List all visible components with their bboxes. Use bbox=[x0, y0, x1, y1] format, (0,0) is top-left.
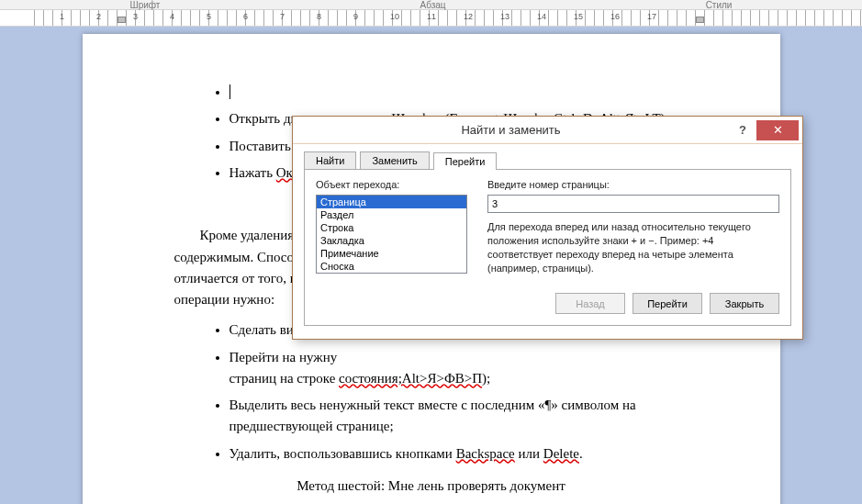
ruler-number: 9 bbox=[353, 12, 358, 21]
tab-find[interactable]: Найти bbox=[304, 151, 356, 169]
list-item[interactable]: Строка bbox=[317, 221, 466, 234]
right-indent-marker[interactable] bbox=[696, 17, 704, 23]
first-line-indent-marker[interactable] bbox=[118, 17, 126, 23]
ribbon-group-paragraph: Абзац bbox=[420, 0, 446, 9]
help-button[interactable]: ? bbox=[729, 120, 756, 140]
ribbon-group-styles: Стили bbox=[706, 0, 733, 9]
list-item[interactable]: Закладка bbox=[317, 234, 466, 247]
list-item[interactable]: Выделить весь ненужный текст вместе с по… bbox=[229, 395, 688, 438]
goto-object-label: Объект перехода: bbox=[316, 179, 467, 190]
ruler-number: 7 bbox=[280, 12, 285, 21]
ruler-number: 6 bbox=[243, 12, 248, 21]
dialog-body: Найти Заменить Перейти Объект перехода: … bbox=[293, 144, 802, 339]
ruler-number: 13 bbox=[500, 12, 509, 21]
ruler-number: 16 bbox=[610, 12, 620, 21]
ruler-number: 17 bbox=[647, 12, 656, 21]
list-item[interactable]: Перейти на нужну страниц на строке состо… bbox=[229, 347, 688, 390]
dialog-titlebar[interactable]: Найти и заменить ? ✕ bbox=[293, 117, 802, 144]
list-item[interactable]: Страница bbox=[317, 196, 466, 208]
ribbon-group-labels: Шрифт Абзац Стили bbox=[0, 0, 862, 10]
ruler-ticks bbox=[26, 10, 862, 26]
ruler-number: 2 bbox=[96, 12, 101, 21]
heading-method6[interactable]: Метод шестой: Мне лень проверять докумен… bbox=[174, 476, 688, 497]
list-item[interactable]: Сноска bbox=[317, 260, 466, 273]
text-cursor bbox=[229, 84, 230, 99]
ruler-number: 8 bbox=[317, 12, 321, 21]
list-item[interactable]: Раздел bbox=[317, 208, 466, 221]
horizontal-ruler[interactable]: 1234567891011121314151617 bbox=[0, 10, 862, 27]
goto-object-listbox[interactable]: Страница Раздел Строка Закладка Примечан… bbox=[316, 195, 467, 274]
page-number-label: Введите номер страницы: bbox=[487, 179, 779, 190]
list-item[interactable] bbox=[229, 82, 688, 103]
tab-goto[interactable]: Перейти bbox=[433, 152, 498, 170]
list-item[interactable]: Удалить, воспользовавшись кнопками Backs… bbox=[229, 443, 688, 465]
tabs: Найти Заменить Перейти bbox=[304, 151, 791, 169]
ruler-number: 3 bbox=[133, 12, 138, 21]
ruler-number: 10 bbox=[390, 12, 399, 21]
page-number-input[interactable] bbox=[487, 195, 779, 213]
goto-hint-text: Для перехода вперед или назад относитель… bbox=[487, 220, 779, 274]
bullet-list-2: Сделать видимыми Перейти на нужну страни… bbox=[229, 319, 688, 465]
tab-replace[interactable]: Заменить bbox=[360, 151, 429, 169]
ruler-number: 15 bbox=[574, 12, 583, 21]
ruler-number: 11 bbox=[427, 12, 436, 21]
ruler-number: 1 bbox=[60, 12, 64, 21]
ruler-number: 12 bbox=[464, 12, 473, 21]
close-dialog-button[interactable]: Закрыть bbox=[710, 293, 779, 314]
back-button: Назад bbox=[555, 293, 625, 314]
tab-panel-goto: Объект перехода: Страница Раздел Строка … bbox=[304, 169, 791, 326]
dialog-button-row: Назад Перейти Закрыть bbox=[316, 293, 779, 314]
ruler-number: 4 bbox=[170, 12, 174, 21]
ruler-number: 5 bbox=[207, 12, 211, 21]
ruler-number: 14 bbox=[537, 12, 546, 21]
ribbon-group-font: Шрифт bbox=[130, 0, 161, 9]
dialog-title: Найти и заменить bbox=[293, 123, 729, 137]
goto-button[interactable]: Перейти bbox=[633, 293, 702, 314]
list-item[interactable]: Примечание bbox=[317, 247, 466, 260]
close-button[interactable]: ✕ bbox=[756, 120, 799, 140]
find-replace-dialog: Найти и заменить ? ✕ Найти Заменить Пере… bbox=[292, 116, 803, 340]
